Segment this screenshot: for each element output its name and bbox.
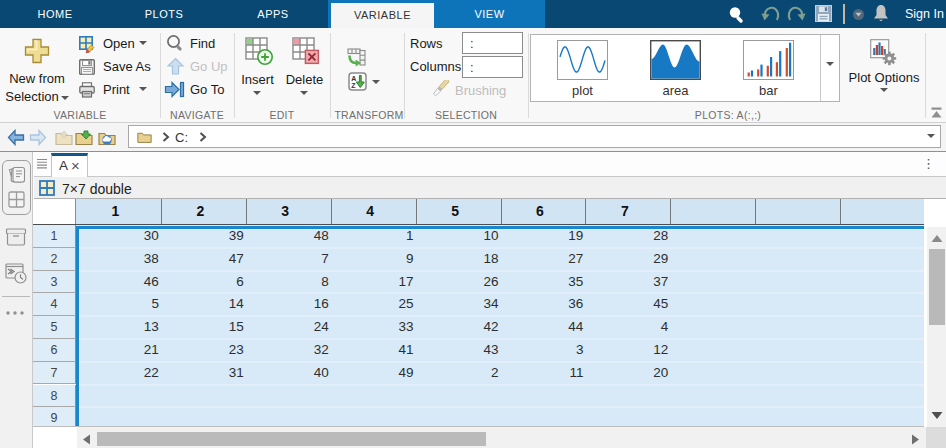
svg-text:A: A: [351, 75, 356, 82]
svg-text:Z: Z: [351, 82, 356, 89]
